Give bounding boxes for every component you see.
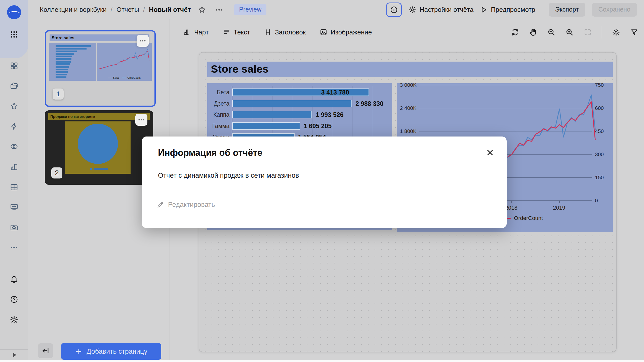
insert-heading-button[interactable]: Заголовок <box>264 28 306 36</box>
edit-description-label: Редактировать <box>168 201 215 209</box>
hand-icon[interactable] <box>529 28 537 36</box>
top-header: Коллекции и воркбуки / Отчеты / Новый от… <box>28 0 644 19</box>
report-settings-button[interactable]: Настройки отчёта <box>408 6 474 14</box>
mini-bar <box>56 63 70 65</box>
settings-gear-icon[interactable] <box>0 313 28 327</box>
breadcrumb-separator: / <box>143 6 145 14</box>
pie-legend <box>90 168 108 170</box>
page-number-badge: 2 <box>51 167 62 178</box>
apps-grid-icon[interactable] <box>0 27 28 41</box>
thumb-pie-chart <box>65 121 131 174</box>
plus-icon <box>75 348 83 355</box>
breadcrumb: Коллекции и воркбуки / Отчеты / Новый от… <box>40 4 266 15</box>
insert-text-button[interactable]: Текст <box>223 28 250 36</box>
axis-tick-label: 2018 <box>505 205 517 211</box>
insert-chart-button[interactable]: Чарт <box>183 28 209 36</box>
saved-button[interactable]: Сохранено <box>592 3 637 17</box>
mini-legend-ordercount: OrderCount <box>127 76 140 79</box>
preview-badge: Preview <box>234 4 266 15</box>
bar-row: Дзета2 988 330 <box>207 98 392 109</box>
bar-category-label: Дзета <box>214 100 229 107</box>
bar-category-label: Гамма <box>212 123 229 129</box>
mini-bar <box>56 66 69 68</box>
bar-value-label: 3 413 780 <box>321 89 349 96</box>
report-info-modal: Информация об отчёте Отчет с динамикой п… <box>142 137 507 228</box>
add-page-label: Добавить страницу <box>87 348 147 355</box>
mini-bar <box>56 56 72 57</box>
page-thumbnail-2[interactable]: Продажи по категориям 2 <box>45 110 153 185</box>
axis-tick-label: 0 <box>595 198 598 204</box>
mini-bar <box>56 71 68 73</box>
text-icon <box>223 28 230 36</box>
bar-category-label: Бета <box>217 89 229 96</box>
more-dots-icon[interactable] <box>215 6 223 14</box>
breadcrumb-reports[interactable]: Отчеты <box>116 6 139 14</box>
datalens-logo[interactable] <box>7 5 21 19</box>
more-dots-icon[interactable] <box>0 241 28 255</box>
close-icon[interactable] <box>484 146 497 159</box>
settings-gear-icon[interactable] <box>612 28 620 36</box>
legend-item[interactable]: OrderCount <box>502 215 543 221</box>
axis-tick-label: 300 <box>595 151 604 157</box>
help-icon[interactable] <box>0 292 28 306</box>
canvas-title-widget[interactable]: Store sales <box>207 62 613 77</box>
favorites-star-icon[interactable] <box>0 99 28 113</box>
storage-folder-icon[interactable] <box>0 220 28 235</box>
connections-icon[interactable] <box>0 140 28 154</box>
preview-button[interactable]: Предпросмотр <box>480 6 535 14</box>
report-info-button[interactable] <box>386 3 402 17</box>
page-thumbnail-1[interactable]: Store sales Sales OrderCount 1 <box>45 30 156 107</box>
mini-bar <box>56 45 91 47</box>
bar-row: Бета3 413 780 <box>207 87 392 98</box>
header-actions: Настройки отчёта Предпросмотр Экспорт Со… <box>386 3 637 17</box>
datasets-icon[interactable] <box>0 180 28 194</box>
header-divider <box>542 4 542 16</box>
collapse-panel-button[interactable] <box>38 343 53 358</box>
pie-circle <box>78 124 118 164</box>
insert-heading-label: Заголовок <box>275 28 306 36</box>
bar-row: Гамма1 695 205 <box>207 120 392 131</box>
monitoring-icon[interactable] <box>0 200 28 214</box>
favorite-star-icon[interactable] <box>198 6 206 14</box>
edit-description-button[interactable]: Редактировать <box>156 201 215 209</box>
axis-tick-label: 3 000K <box>397 82 417 88</box>
page-menu-button[interactable] <box>135 114 147 126</box>
filter-icon[interactable] <box>630 28 638 36</box>
refresh-icon[interactable] <box>511 28 519 36</box>
axis-tick-label: 2 400K <box>397 105 417 111</box>
insert-toolbar: Чарт Текст Заголовок Изображение <box>183 25 372 39</box>
collections-icon[interactable] <box>0 79 28 93</box>
mini-bar <box>56 58 71 60</box>
modal-description: Отчет с динамикой продаж в сети магазино… <box>158 172 299 179</box>
thumb-page-title: Store sales <box>50 34 149 41</box>
charts-icon[interactable] <box>0 160 28 174</box>
thumb-bar-chart <box>49 43 96 81</box>
bar-row: Каппа1 993 526 <box>207 109 392 120</box>
insert-image-button[interactable]: Изображение <box>320 28 372 36</box>
breadcrumb-collections[interactable]: Коллекции и воркбуки <box>40 6 107 14</box>
export-button[interactable]: Экспорт <box>549 3 585 17</box>
add-page-button[interactable]: Добавить страницу <box>61 343 161 360</box>
thumb-page-title: Продажи по категориям <box>48 113 150 120</box>
insert-image-label: Изображение <box>331 28 372 36</box>
mini-bar <box>56 76 66 78</box>
page-menu-button[interactable] <box>137 35 149 47</box>
zoom-in-icon[interactable] <box>566 28 574 36</box>
mini-legend-sales: Sales <box>113 76 119 79</box>
axis-tick-label: 1 800K <box>397 128 417 134</box>
mini-bar <box>56 69 68 70</box>
insert-chart-label: Чарт <box>194 28 209 36</box>
play-icon <box>480 6 488 14</box>
mini-bar <box>56 61 71 63</box>
zoom-out-icon[interactable] <box>547 28 555 36</box>
notifications-bell-icon[interactable] <box>0 272 28 286</box>
dashboards-icon[interactable] <box>0 59 28 73</box>
pie-legend-dot <box>90 168 92 170</box>
image-icon <box>320 28 327 36</box>
axis-tick-label: 600 <box>595 105 604 111</box>
insert-text-label: Текст <box>234 28 250 36</box>
bar-value-label: 1 695 205 <box>304 122 332 130</box>
bar-category-label: Каппа <box>213 111 229 118</box>
breadcrumb-current-report: Новый отчёт <box>149 6 191 14</box>
editor-bolt-icon[interactable] <box>0 119 28 133</box>
